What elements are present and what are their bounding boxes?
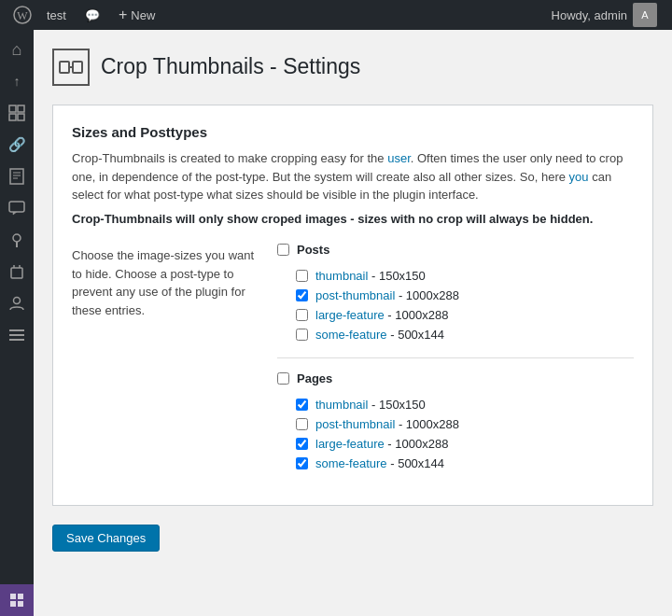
svg-rect-2 [9, 105, 16, 112]
sidebar-item-appearance[interactable] [0, 224, 34, 256]
svg-rect-23 [18, 601, 23, 607]
settings-card: Sizes and Posttypes Crop-Thumbnails is c… [52, 105, 653, 506]
page-header: Crop Thumbnails - Settings [52, 49, 653, 86]
post-type-header-pages: Pages [277, 371, 634, 385]
sidebar-item-posts[interactable] [0, 97, 34, 129]
svg-rect-4 [9, 114, 16, 120]
plus-icon: + [119, 7, 127, 23]
svg-point-11 [13, 234, 21, 242]
sizes-layout: Choose the image-sizes you want to hide.… [72, 243, 634, 486]
size-item-posts-thumbnail: thumbnail - 150x150 [277, 266, 634, 286]
size-checkbox-pages-some-feature[interactable] [296, 457, 308, 469]
section-heading: Sizes and Posttypes [72, 124, 634, 140]
admin-bar: W test 💬 + New Howdy, admin A [0, 0, 672, 30]
size-item-pages-some-feature: some-feature - 500x144 [277, 454, 634, 473]
post-type-label-posts[interactable]: Posts [297, 243, 329, 257]
main-content: Crop Thumbnails - Settings Sizes and Pos… [34, 30, 672, 616]
page-header-icon [52, 49, 90, 86]
svg-rect-24 [60, 62, 69, 73]
post-type-group-pages: Pagesthumbnail - 150x150post-thumbnail -… [277, 371, 634, 486]
sizes-instructions: Choose the image-sizes you want to hide.… [72, 243, 259, 486]
size-checkbox-posts-large-feature[interactable] [296, 309, 308, 321]
size-label-posts-post-thumbnail[interactable]: post-thumbnail - 1000x288 [315, 288, 459, 302]
layout: ⌂ ↑ 🔗 [0, 30, 672, 616]
size-checkbox-posts-some-feature[interactable] [296, 329, 308, 341]
svg-rect-13 [11, 268, 22, 278]
post-type-header-posts: Posts [277, 243, 634, 257]
svg-text:W: W [17, 9, 28, 22]
post-type-checkbox-posts[interactable] [277, 244, 289, 256]
adminbar-user[interactable]: Howdy, admin A [544, 3, 665, 27]
wp-logo-icon[interactable]: W [7, 0, 37, 30]
svg-rect-22 [10, 601, 16, 607]
size-label-pages-large-feature[interactable]: large-feature - 1000x288 [315, 437, 448, 451]
sizes-groups: Poststhumbnail - 150x150post-thumbnail -… [277, 243, 634, 486]
svg-rect-5 [18, 114, 24, 120]
sidebar-item-pages[interactable] [0, 161, 34, 192]
size-label-posts-some-feature[interactable]: some-feature - 500x144 [315, 328, 444, 342]
adminbar-site[interactable]: test [37, 0, 76, 30]
size-checkbox-pages-post-thumbnail[interactable] [296, 418, 308, 430]
sidebar-item-plugins[interactable] [0, 256, 34, 287]
size-label-pages-thumbnail[interactable]: thumbnail - 150x150 [315, 398, 426, 412]
svg-rect-10 [9, 202, 24, 212]
size-checkbox-pages-thumbnail[interactable] [296, 399, 308, 411]
size-label-posts-thumbnail[interactable]: thumbnail - 150x150 [315, 269, 426, 283]
svg-point-16 [14, 298, 21, 304]
size-label-posts-large-feature[interactable]: large-feature - 1000x288 [315, 308, 448, 322]
size-item-pages-large-feature: large-feature - 1000x288 [277, 434, 634, 454]
size-item-posts-large-feature: large-feature - 1000x288 [277, 305, 634, 325]
comment-bubble-icon: 💬 [85, 8, 100, 22]
post-type-checkbox-pages[interactable] [277, 372, 289, 385]
size-item-pages-thumbnail: thumbnail - 150x150 [277, 395, 634, 414]
adminbar-comments[interactable]: 💬 [76, 0, 109, 30]
size-label-pages-post-thumbnail[interactable]: post-thumbnail - 1000x288 [315, 417, 459, 431]
size-checkbox-posts-thumbnail[interactable] [296, 270, 308, 282]
save-button[interactable]: Save Changes [52, 525, 160, 552]
sidebar-item-updates[interactable]: ↑ [0, 65, 34, 97]
sidebar-item-tools[interactable] [0, 319, 34, 351]
avatar: A [633, 3, 657, 27]
sidebar-item-home[interactable]: ⌂ [0, 34, 34, 65]
sidebar-item-comments[interactable] [0, 192, 34, 224]
svg-rect-21 [18, 594, 23, 599]
svg-rect-12 [16, 242, 18, 247]
size-checkbox-pages-large-feature[interactable] [296, 438, 308, 450]
size-item-posts-post-thumbnail: post-thumbnail - 1000x288 [277, 286, 634, 305]
sidebar-item-links[interactable]: 🔗 [0, 129, 34, 161]
post-type-group-posts: Poststhumbnail - 150x150post-thumbnail -… [277, 243, 634, 358]
size-item-pages-post-thumbnail: post-thumbnail - 1000x288 [277, 414, 634, 434]
sidebar: ⌂ ↑ 🔗 [0, 30, 34, 616]
size-label-pages-some-feature[interactable]: some-feature - 500x144 [315, 456, 444, 470]
svg-rect-20 [10, 594, 16, 599]
adminbar-new[interactable]: + New [109, 0, 164, 30]
svg-rect-6 [10, 169, 23, 184]
sidebar-item-users[interactable] [0, 287, 34, 319]
section-description2: Crop-Thumbnails will only show croped im… [72, 210, 634, 229]
size-checkbox-posts-post-thumbnail[interactable] [296, 289, 308, 301]
svg-rect-25 [73, 62, 82, 73]
section-description1: Crop-Thumbnails is created to make cropp… [72, 149, 634, 204]
svg-rect-3 [18, 105, 24, 112]
post-type-label-pages[interactable]: Pages [297, 371, 332, 385]
size-item-posts-some-feature: some-feature - 500x144 [277, 325, 634, 344]
sidebar-item-crop-plugin[interactable] [0, 584, 34, 616]
page-title: Crop Thumbnails - Settings [101, 53, 360, 81]
